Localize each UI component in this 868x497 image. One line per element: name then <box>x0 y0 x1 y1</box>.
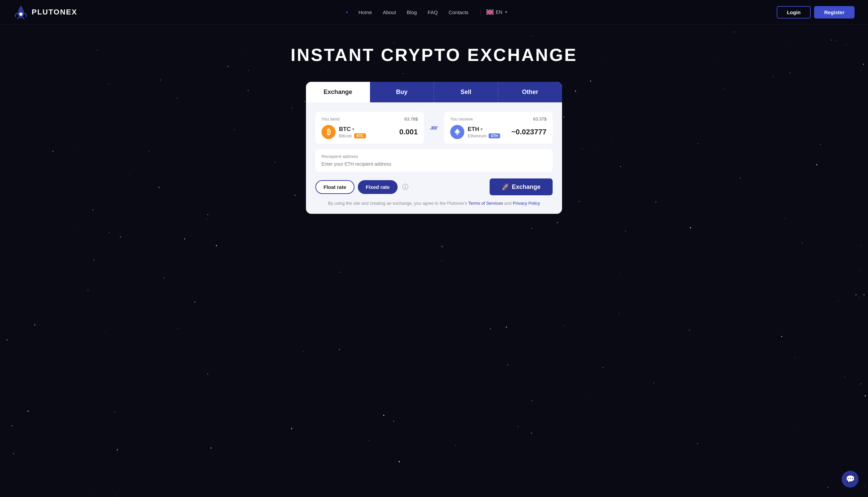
login-button[interactable]: Login <box>777 6 811 18</box>
receive-currency-full: Ethereum ETH <box>468 133 500 138</box>
float-rate-button[interactable]: Float rate <box>315 180 355 194</box>
exchange-row: You send 63.78$ ₿ BTC ▾ <box>315 112 553 144</box>
flag-icon <box>486 10 494 15</box>
nav-faq[interactable]: FAQ <box>428 10 438 15</box>
receive-crypto-info: ETH ▾ Ethereum ETH <box>450 125 500 139</box>
send-badge: BTC <box>354 133 366 138</box>
logo-icon <box>13 5 28 19</box>
receive-label: You receive <box>450 116 473 122</box>
send-currency-selector[interactable]: BTC ▾ <box>339 126 354 133</box>
btc-icon: ₿ <box>321 125 335 139</box>
nav-blog[interactable]: Blog <box>407 10 417 15</box>
card-body: You send 63.78$ ₿ BTC ▾ <box>306 102 562 214</box>
exchange-card: Exchange Buy Sell Other You send 63.78$ … <box>306 82 562 214</box>
language-selector[interactable]: EN ▼ <box>481 10 508 15</box>
action-row: Float rate Fixed rate ⓘ 🚀 Exchange <box>315 179 553 195</box>
tab-other[interactable]: Other <box>498 82 562 102</box>
send-full-name: Bitcoin <box>339 133 352 138</box>
receive-currency: ETH <box>468 126 479 133</box>
exchange-button-label: Exchange <box>512 184 540 190</box>
card-footer: By using the site and creating an exchan… <box>315 201 553 206</box>
send-box: You send 63.78$ ₿ BTC ▾ <box>315 112 424 144</box>
eth-icon <box>450 125 464 139</box>
tab-buy[interactable]: Buy <box>370 82 434 102</box>
send-crypto-details: BTC ▾ Bitcoin BTC <box>339 126 366 138</box>
info-icon[interactable]: ⓘ <box>402 183 409 191</box>
nav-about[interactable]: About <box>383 10 396 15</box>
receive-crypto-row: ETH ▾ Ethereum ETH ~0.023777 <box>450 125 547 139</box>
logo-area: PLUTONEX <box>13 5 77 19</box>
receive-amount: ~0.023777 <box>511 128 547 137</box>
language-label: EN <box>496 10 502 15</box>
send-label-row: You send 63.78$ <box>321 116 418 122</box>
send-usd: 63.78$ <box>404 116 418 122</box>
send-crypto-info: ₿ BTC ▾ Bitcoin BTC <box>321 125 366 139</box>
send-crypto-name-row: BTC ▾ <box>339 126 366 133</box>
send-crypto-row: ₿ BTC ▾ Bitcoin BTC <box>321 125 418 139</box>
chat-button[interactable]: 💬 <box>842 471 858 487</box>
footer-text: By using the site and creating an exchan… <box>328 201 467 206</box>
send-label: You send <box>321 116 340 122</box>
recipient-input[interactable] <box>321 161 547 167</box>
send-amount-input[interactable] <box>384 128 418 137</box>
nav-contacts[interactable]: Contacts <box>449 10 468 15</box>
exchange-rocket-icon: 🚀 <box>502 183 509 190</box>
recipient-box: Recepient address <box>315 149 553 172</box>
fixed-rate-button[interactable]: Fixed rate <box>358 180 398 194</box>
svg-point-0 <box>19 12 23 16</box>
terms-link[interactable]: Terms of Services <box>468 201 503 206</box>
receive-box: You receive 63.37$ <box>444 112 553 144</box>
receive-crypto-details: ETH ▾ Ethereum ETH <box>468 126 500 138</box>
receive-crypto-name-row: ETH ▾ <box>468 126 500 133</box>
receive-usd: 63.37$ <box>533 116 547 122</box>
swap-button[interactable] <box>428 125 440 131</box>
auth-buttons: Login Register <box>777 6 855 18</box>
receive-badge: ETH <box>488 133 500 138</box>
send-chevron-icon: ▾ <box>352 127 354 132</box>
nav-dot-icon <box>346 12 348 13</box>
receive-currency-selector[interactable]: ETH ▾ <box>468 126 483 133</box>
tab-sell[interactable]: Sell <box>434 82 498 102</box>
tab-exchange[interactable]: Exchange <box>306 82 370 102</box>
send-currency-full: Bitcoin BTC <box>339 133 366 138</box>
chat-icon: 💬 <box>846 475 855 484</box>
chevron-down-icon: ▼ <box>505 10 508 14</box>
register-button[interactable]: Register <box>814 6 855 18</box>
receive-full-name: Ethereum <box>468 133 486 138</box>
swap-icon <box>430 125 438 131</box>
recipient-label: Recepient address <box>321 154 547 159</box>
exchange-button[interactable]: 🚀 Exchange <box>490 179 553 195</box>
nav-home[interactable]: Home <box>359 10 372 15</box>
nav-links: Home About Blog FAQ Contacts EN ▼ <box>346 10 508 15</box>
page-title: INSTANT CRYPTO EXCHANGE <box>291 45 578 65</box>
privacy-link[interactable]: Privacy Policy <box>513 201 540 206</box>
brand-name: PLUTONEX <box>32 8 77 16</box>
tab-bar: Exchange Buy Sell Other <box>306 82 562 102</box>
footer-and: and <box>505 201 512 206</box>
navbar: PLUTONEX Home About Blog FAQ Contacts EN… <box>0 0 868 25</box>
receive-chevron-icon: ▾ <box>481 127 483 132</box>
send-currency: BTC <box>339 126 351 133</box>
receive-label-row: You receive 63.37$ <box>450 116 547 122</box>
main-content: INSTANT CRYPTO EXCHANGE Exchange Buy Sel… <box>0 25 868 227</box>
